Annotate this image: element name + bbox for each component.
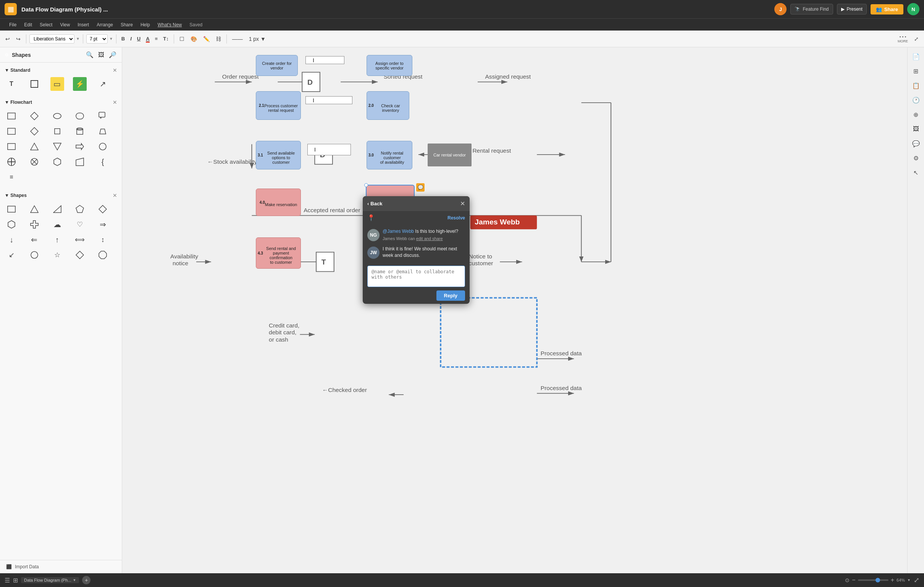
line-style-button[interactable]: ——: [230, 35, 245, 43]
fc-hexagon[interactable]: [50, 155, 64, 169]
list-view-icon[interactable]: ☰: [5, 577, 10, 584]
node-31[interactable]: 3.1Send availableoptions to customer: [256, 141, 301, 170]
zoom-slider[interactable]: [858, 579, 888, 581]
node-car-rental-vendor[interactable]: Car rental vendor: [427, 143, 472, 167]
fc-rounded-rect[interactable]: [73, 109, 87, 123]
shape-rectangle[interactable]: [28, 77, 41, 91]
shape-style-button[interactable]: ☐: [177, 35, 187, 43]
shape-text[interactable]: T: [5, 77, 18, 91]
comment-back-button[interactable]: ‹ Back: [367, 201, 382, 206]
sh-arrow-corner[interactable]: ↙: [5, 248, 18, 262]
menu-arrange[interactable]: Arrange: [94, 21, 116, 29]
flowchart-section-header[interactable]: ▼ Flowchart ✕: [3, 98, 119, 107]
node-43[interactable]: 4.3Send rental andpayment confirmationto…: [256, 237, 301, 269]
fc-curly-brace[interactable]: {: [96, 155, 110, 169]
sh-arrow-left[interactable]: ⇐: [28, 233, 41, 247]
more-button[interactable]: • • • MORE: [898, 35, 908, 43]
fc-triangle[interactable]: [28, 140, 41, 153]
font-size-select[interactable]: 7 pt: [86, 35, 108, 43]
feature-find-button[interactable]: 🔭 Feature Find: [790, 4, 833, 15]
sh-triangle[interactable]: [28, 202, 41, 216]
app-icon[interactable]: ▦: [5, 3, 17, 15]
font-color-button[interactable]: A: [144, 35, 151, 43]
redo-button[interactable]: ↪: [14, 35, 23, 43]
present-button[interactable]: ▶ Present: [837, 4, 867, 15]
line-color-button[interactable]: ✏️: [201, 35, 212, 43]
sh-double-arrow-h[interactable]: ⟺: [73, 233, 87, 247]
right-panel-cursor-icon[interactable]: ↖: [910, 167, 922, 179]
edit-share-link[interactable]: edit and share: [416, 236, 443, 241]
fc-oval[interactable]: [50, 109, 64, 123]
datastore-request-queue[interactable]: D Request queue: [305, 56, 345, 64]
text-format-button[interactable]: T↕: [161, 35, 170, 43]
node-assign-order[interactable]: Assign order tospecific vendor: [366, 55, 412, 76]
connection-button[interactable]: ⛓: [213, 35, 223, 43]
node-21[interactable]: 2.1Process customerrental request: [256, 91, 301, 120]
fc-diamond[interactable]: [28, 109, 41, 123]
fc-cross[interactable]: [5, 155, 18, 169]
shape-arrow[interactable]: ↗: [96, 77, 110, 91]
comment-indicator[interactable]: 💬: [416, 183, 424, 191]
sh-cloud[interactable]: ☁: [50, 218, 64, 231]
undo-button[interactable]: ↩: [3, 35, 12, 43]
sh-diamond[interactable]: [96, 202, 110, 216]
font-family-select[interactable]: Liberation Sans: [30, 35, 74, 43]
canvas-area[interactable]: Order request Sorted request Assigned re…: [122, 47, 907, 573]
fc-circle[interactable]: [96, 140, 110, 153]
sh-arrow-down[interactable]: ↓: [5, 233, 18, 247]
fc-diamond2[interactable]: [28, 124, 41, 138]
share-button[interactable]: 👥 Share: [871, 4, 903, 15]
menu-select[interactable]: Select: [37, 21, 55, 29]
sh-diamond2[interactable]: [73, 248, 87, 262]
shapes-find-button[interactable]: 🔎: [108, 50, 117, 59]
zoom-out-button[interactable]: −: [852, 577, 855, 584]
standard-section-close[interactable]: ✕: [113, 67, 117, 73]
fc-rect[interactable]: [5, 109, 18, 123]
selection-handle-tl[interactable]: [364, 183, 368, 187]
node-create-order[interactable]: Create order forvendor: [256, 55, 298, 76]
right-panel-clock-icon[interactable]: 🕐: [910, 94, 922, 106]
comment-close-button[interactable]: ✕: [460, 200, 465, 207]
underline-button[interactable]: U: [135, 35, 142, 43]
fc-cylinder[interactable]: [73, 124, 87, 138]
zoom-in-button[interactable]: +: [891, 577, 894, 584]
right-panel-settings-icon[interactable]: ⚙: [910, 152, 922, 164]
menu-insert[interactable]: Insert: [74, 21, 92, 29]
fc-parallelogram[interactable]: [50, 124, 64, 138]
right-panel-table-icon[interactable]: ⊞: [910, 65, 922, 77]
node-20[interactable]: 2.0Check car inventory: [366, 91, 409, 120]
fc-callout[interactable]: [96, 109, 110, 123]
sh-octagon[interactable]: [96, 248, 110, 262]
fc-trapezoid[interactable]: [96, 124, 110, 138]
user-avatar-n[interactable]: N: [907, 3, 919, 15]
page-tab[interactable]: Data Flow Diagram (Ph... ▼: [21, 577, 79, 583]
standard-section-header[interactable]: ▼ Standard ✕: [3, 66, 119, 75]
datastore-rental-inventory[interactable]: D Rental car inventory: [305, 96, 352, 104]
right-panel-photo-icon[interactable]: 🖼: [910, 123, 922, 135]
reply-input[interactable]: [367, 265, 465, 287]
fc-x-circle[interactable]: [28, 155, 41, 169]
align-button[interactable]: ≡: [153, 35, 160, 43]
shapes-search-button[interactable]: 🔍: [85, 50, 94, 59]
sh-double-arrow-v[interactable]: ↕: [96, 233, 110, 247]
node-40[interactable]: 4.0Make reservation: [256, 188, 301, 216]
sh-cross[interactable]: [28, 218, 41, 231]
right-panel-pages-icon[interactable]: 📄: [910, 50, 922, 63]
fc-rect2[interactable]: [5, 124, 18, 138]
shapes-image-button[interactable]: 🖼: [97, 51, 105, 59]
fc-lines[interactable]: ≡: [5, 170, 18, 184]
sh-heart[interactable]: ♡: [73, 218, 87, 231]
shapes-section-header[interactable]: ▼ Shapes ✕: [3, 191, 119, 200]
menu-edit[interactable]: Edit: [21, 21, 35, 29]
menu-view[interactable]: View: [57, 21, 73, 29]
import-data-button[interactable]: ⬛ Import Data: [0, 560, 122, 573]
sh-hexagon[interactable]: [5, 218, 18, 231]
shapes-section-close[interactable]: ✕: [113, 192, 117, 198]
right-panel-layers-icon[interactable]: ⊕: [910, 109, 922, 120]
fc-arrow-right[interactable]: [73, 140, 87, 153]
right-panel-chat-icon[interactable]: 💬: [910, 137, 922, 150]
flowchart-section-close[interactable]: ✕: [113, 99, 117, 106]
right-panel-copy-icon[interactable]: 📋: [910, 79, 922, 92]
sh-circle[interactable]: [28, 248, 41, 262]
sh-right-triangle[interactable]: [50, 202, 64, 216]
